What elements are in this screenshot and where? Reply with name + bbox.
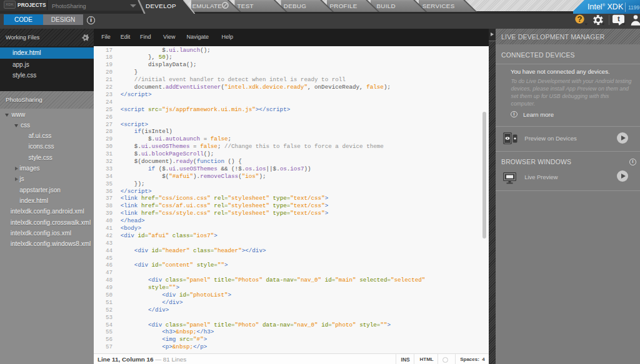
svg-text:SERVICES: SERVICES [422, 2, 455, 9]
svg-text:?: ? [578, 14, 582, 24]
svg-text:PROFILE: PROFILE [329, 2, 357, 9]
svg-text:DEBUG: DEBUG [284, 2, 306, 9]
svg-text:t: t [618, 15, 620, 22]
svg-text:BUILD: BUILD [377, 2, 396, 9]
svg-text:DEVELOP: DEVELOP [146, 2, 176, 9]
svg-text:TEST: TEST [238, 2, 254, 9]
